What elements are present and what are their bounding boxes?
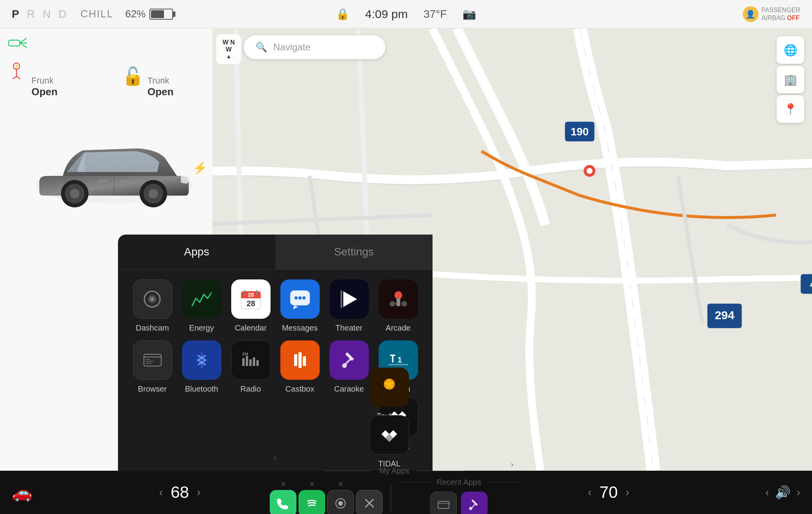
tab-settings[interactable]: Settings [275,235,433,269]
left-temp-decrease[interactable]: ‹ [159,486,163,499]
svg-rect-51 [144,354,161,366]
browser-icon [133,340,172,380]
close-app-icon[interactable] [356,490,383,514]
my-apps-line-left [324,471,371,471]
app-messages[interactable]: Messages [277,279,322,333]
phone-close[interactable]: ✕ [280,480,286,488]
svg-rect-47 [396,298,400,306]
messages-icon [280,279,320,319]
messages-label: Messages [282,324,318,333]
svg-point-15 [149,189,158,198]
svg-rect-58 [242,358,245,366]
right-temp-decrease[interactable]: ‹ [588,486,591,499]
svg-text:⚡: ⚡ [14,64,19,69]
app-arcade[interactable]: Arcade [376,279,421,333]
svg-text:28: 28 [248,292,254,298]
bottom-app-close[interactable] [356,480,383,514]
svg-point-74 [305,496,319,510]
svg-point-41 [295,296,298,300]
app-dashcam[interactable]: Dashcam [130,279,175,333]
svg-rect-18 [98,180,108,182]
radio-label: Radio [240,385,261,394]
recent-apps-row [430,492,488,514]
recent-line-left [399,482,431,483]
status-center: 🔒 4:09 pm 37°F 📷 [336,7,477,21]
headlight-icon[interactable] [8,36,204,54]
compass: W N W ▲ [216,34,241,64]
volume-icon[interactable]: 🔊 [775,485,791,500]
app-castbox[interactable]: Castbox [277,340,322,394]
recent-caraoke-icon[interactable] [461,492,488,514]
spotify-icon[interactable] [298,490,325,514]
location-button[interactable]: 📍 [777,95,804,123]
bottom-right: ‹ 70 › ‹ 🔊 › [576,483,812,502]
spotify-close[interactable]: ✕ [309,480,315,488]
time-display: 4:09 pm [365,7,408,21]
svg-rect-54 [145,361,153,362]
app-toybox[interactable]: Toybox [370,368,409,421]
app-caraoke[interactable]: Caraoke [326,340,372,394]
battery-info: 62% [125,8,173,20]
app-theater[interactable]: Theater [326,279,372,333]
energy-label: Energy [189,324,214,333]
trunk-icon: 🔓 [122,66,144,87]
building-button[interactable]: 🏢 [777,66,804,93]
bottom-app-camera[interactable]: ✕ [327,480,354,514]
svg-rect-61 [253,357,255,366]
bluetooth-icon [182,340,221,380]
svg-rect-19 [120,180,130,182]
svg-point-43 [302,296,306,300]
tidal-pos-icon [370,415,409,455]
recent-apps-section: Recent Apps [399,478,518,514]
svg-rect-70 [389,364,408,365]
svg-point-82 [469,507,472,510]
svg-point-42 [298,296,302,300]
caraoke-label: Caraoke [334,385,364,394]
battery-fill [151,10,164,18]
bottom-app-spotify[interactable]: ✕ [298,480,325,514]
volume-increase[interactable]: › [797,486,800,499]
svg-line-3 [20,43,27,48]
app-browser[interactable]: Browser [130,340,175,394]
svg-point-48 [390,301,395,307]
temperature-display: 37°F [423,8,447,20]
camera-close[interactable]: ✕ [338,480,344,488]
gear-selector[interactable]: P R N D [12,8,69,20]
svg-rect-65 [303,356,306,366]
apps-row-1: Dashcam Energy 28 28 Calen [118,270,433,337]
app-bluetooth[interactable]: Bluetooth [179,340,224,394]
camera-icon[interactable]: 📷 [462,7,476,20]
bottom-left: 🚗 ‹ 68 › [0,483,212,502]
camera-app-icon[interactable] [327,490,354,514]
recent-browser-icon[interactable] [430,492,457,514]
volume-decrease[interactable]: ‹ [765,486,769,499]
status-right: 👤 PASSENGERAIRBAG OFF [743,6,800,22]
svg-point-67 [342,363,347,368]
bottom-app-phone[interactable]: ✕ [270,480,296,514]
map-search[interactable]: 🔍 Navigate [244,35,385,59]
svg-rect-81 [471,503,476,508]
drive-mode: CHILL [81,8,114,20]
app-energy[interactable]: Energy [179,279,224,333]
svg-line-7 [17,76,20,79]
tab-apps[interactable]: Apps [118,235,275,269]
app-calendar[interactable]: 28 28 Calendar [228,279,273,333]
search-placeholder[interactable]: Navigate [273,42,311,53]
phone-icon[interactable] [270,490,296,514]
left-temp-increase[interactable]: › [197,486,201,499]
globe-button[interactable]: 🌐 [777,36,804,64]
bottom-apps-row: ✕ ✕ ✕ [270,478,518,514]
car-small-icon[interactable]: 🚗 [12,483,32,502]
svg-point-32 [151,298,154,301]
right-temp-increase[interactable]: › [626,486,629,499]
dashcam-icon [133,279,172,319]
compass-label2: W [226,46,232,53]
gear-park[interactable]: P [12,8,22,20]
svg-line-1 [20,38,27,43]
theater-label: Theater [335,324,363,333]
app-radio[interactable]: FM Radio [228,340,273,394]
app-tidal-pos[interactable]: TIDAL [370,415,409,468]
airbag-icon: 👤 [743,6,759,22]
volume-control: ‹ 🔊 › [765,485,800,500]
lock-icon[interactable]: 🔒 [336,7,350,20]
